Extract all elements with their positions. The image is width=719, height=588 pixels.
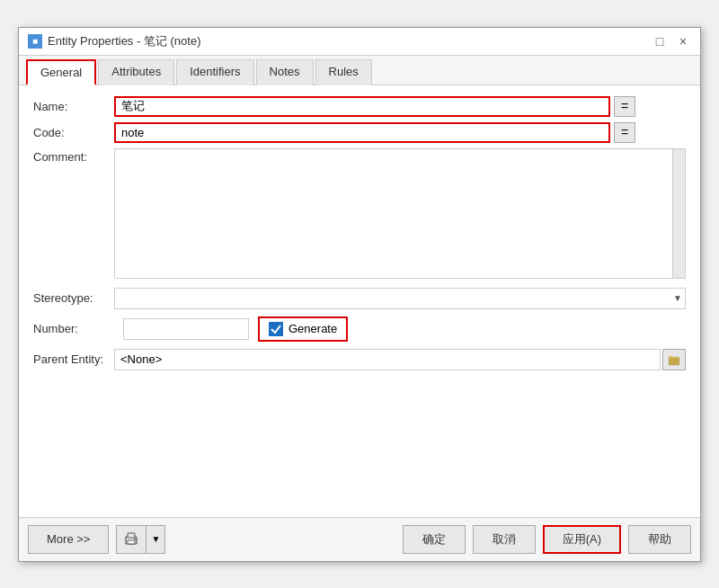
comment-label: Comment:	[33, 148, 114, 164]
check-icon	[271, 324, 281, 334]
code-input[interactable]	[121, 126, 603, 139]
window-icon: ■	[28, 34, 42, 49]
name-field-wrap: =	[114, 96, 635, 117]
print-main-button[interactable]	[117, 526, 146, 553]
parent-browse-button[interactable]	[662, 349, 686, 370]
cancel-button[interactable]: 取消	[473, 525, 536, 554]
code-eq-button[interactable]: =	[614, 122, 635, 143]
print-button-wrap: ▼	[116, 525, 165, 554]
svg-rect-2	[128, 533, 135, 538]
name-input[interactable]	[121, 100, 603, 113]
minimize-button[interactable]: □	[652, 33, 668, 49]
parent-entity-input[interactable]	[114, 349, 661, 370]
code-field-wrap: =	[114, 122, 635, 143]
name-row: Name: =	[33, 96, 686, 117]
printer-icon	[124, 532, 138, 547]
ok-button[interactable]: 确定	[403, 525, 466, 554]
parent-entity-label: Parent Entity:	[33, 352, 114, 366]
parent-field-wrap	[114, 349, 686, 370]
tab-notes[interactable]: Notes	[256, 59, 314, 85]
comment-textarea[interactable]	[115, 149, 685, 275]
number-label: Number:	[33, 322, 114, 335]
apply-button[interactable]: 应用(A)	[543, 525, 621, 554]
comment-area-wrap	[114, 148, 686, 279]
name-eq-button[interactable]: =	[614, 96, 635, 117]
stereotype-label: Stereotype:	[33, 291, 114, 305]
svg-point-4	[134, 538, 136, 539]
svg-rect-3	[128, 540, 135, 544]
more-button[interactable]: More >>	[28, 525, 109, 554]
title-bar: ■ Entity Properties - 笔记 (note) □ ×	[19, 28, 700, 56]
title-bar-left: ■ Entity Properties - 笔记 (note)	[28, 33, 201, 49]
generate-checkbox[interactable]	[269, 322, 283, 336]
close-button[interactable]: ×	[675, 33, 691, 49]
code-label: Code:	[33, 126, 114, 139]
stereotype-row: Stereotype: ▼	[33, 288, 686, 309]
name-input-box[interactable]	[114, 96, 610, 117]
tab-rules[interactable]: Rules	[315, 59, 372, 85]
tab-general[interactable]: General	[26, 59, 96, 85]
tab-attributes[interactable]: Attributes	[98, 59, 174, 85]
bottom-bar: More >> ▼ 确定 取消 应用(A) 帮助	[19, 517, 700, 561]
number-input[interactable]	[123, 318, 249, 340]
svg-rect-0	[669, 357, 679, 365]
stereotype-select[interactable]	[114, 288, 686, 309]
comment-scrollbar[interactable]	[672, 149, 685, 278]
name-label: Name:	[33, 100, 114, 113]
number-row: Number: Generate	[33, 316, 686, 342]
parent-entity-row: Parent Entity:	[33, 349, 686, 370]
code-row: Code: =	[33, 122, 686, 143]
window-title: Entity Properties - 笔记 (note)	[48, 33, 201, 49]
print-dropdown-button[interactable]: ▼	[146, 526, 164, 553]
tab-identifiers[interactable]: Identifiers	[176, 59, 253, 85]
comment-row: Comment:	[33, 148, 686, 279]
content-area: Name: = Code: = Comment:	[19, 85, 700, 517]
generate-box[interactable]: Generate	[258, 316, 348, 342]
title-controls: □ ×	[652, 33, 691, 49]
stereotype-select-wrap: ▼	[114, 288, 686, 309]
generate-label: Generate	[288, 322, 337, 335]
tab-bar: General Attributes Identifiers Notes Rul…	[19, 56, 700, 85]
entity-properties-window: ■ Entity Properties - 笔记 (note) □ × Gene…	[18, 27, 701, 562]
folder-icon	[668, 353, 680, 366]
help-button[interactable]: 帮助	[628, 525, 691, 554]
code-input-box[interactable]	[114, 122, 610, 143]
